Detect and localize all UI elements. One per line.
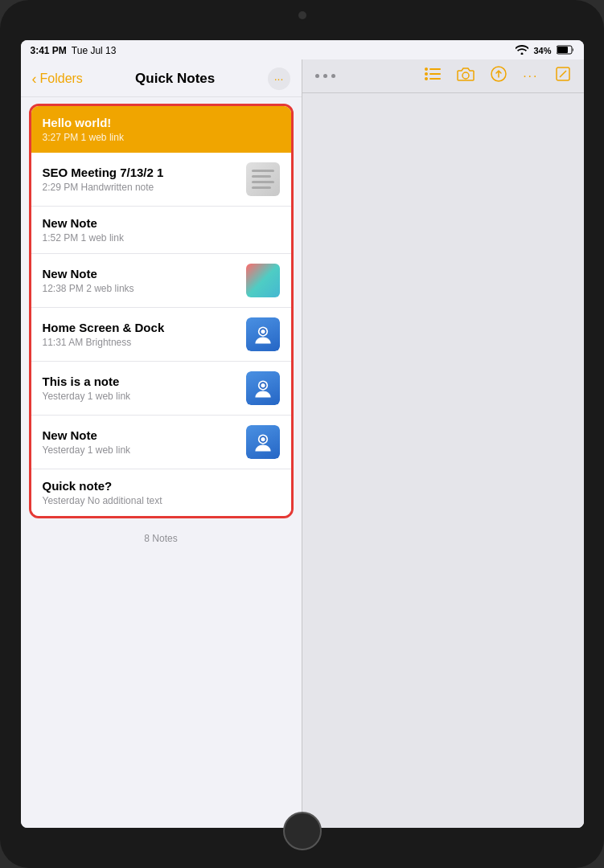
toolbar-dot-1 — [315, 74, 319, 78]
note-meta-home-screen: 11:31 AM Brightness — [43, 337, 238, 348]
note-meta-new-note-2: 12:38 PM 2 web links — [43, 283, 238, 294]
svg-point-7 — [261, 383, 265, 387]
note-item-new-note-1-content: New Note 1:52 PM 1 web link — [43, 216, 280, 244]
main-content: ‹ Folders Quick Notes ··· Hello world — [21, 59, 584, 828]
svg-point-13 — [425, 72, 428, 76]
notes-count: 8 Notes — [21, 525, 302, 552]
content-panel: ··· — [302, 59, 584, 828]
svg-rect-12 — [429, 68, 441, 70]
note-content-area — [302, 93, 584, 828]
note-thumbnail-seo — [246, 162, 280, 196]
note-item-seo-content: SEO Meeting 7/13/2 1 2:29 PM Handwritten… — [43, 166, 238, 193]
tablet-frame: 3:41 PM Tue Jul 13 34% — [0, 0, 604, 868]
list-icon[interactable] — [425, 67, 441, 85]
svg-point-10 — [261, 437, 265, 441]
thumb-line-3 — [252, 181, 274, 183]
note-item-this-is-a-note-content: This is a note Yesterday 1 web link — [43, 375, 238, 402]
camera-dot — [298, 11, 306, 19]
red-border-container: Hello world! 3:27 PM 1 web link SEO Meet… — [29, 104, 294, 518]
note-item-home-screen[interactable]: Home Screen & Dock 11:31 AM Brightness — [31, 308, 291, 362]
note-item-seo-meeting[interactable]: SEO Meeting 7/13/2 1 2:29 PM Handwritten… — [31, 153, 291, 207]
battery-percent: 34% — [533, 46, 551, 55]
note-title-new-note-1: New Note — [43, 216, 280, 230]
note-thumbnail-new-note-2 — [246, 264, 280, 297]
note-title-home-screen: Home Screen & Dock — [43, 321, 238, 334]
thumb-line-4 — [252, 186, 271, 189]
svg-rect-14 — [429, 73, 441, 75]
note-title-new-note-2: New Note — [43, 267, 238, 280]
home-button[interactable] — [283, 812, 322, 850]
more-options-icon[interactable]: ··· — [523, 69, 538, 84]
folders-back-button[interactable]: ‹ Folders — [32, 71, 83, 88]
status-time: 3:41 PM — [31, 45, 67, 56]
note-item-new-note-2-content: New Note 12:38 PM 2 web links — [43, 267, 238, 294]
markup-icon[interactable] — [491, 66, 507, 86]
note-item-new-note-yesterday-content: New Note Yesterday 1 web link — [43, 428, 238, 456]
colorful-thumb — [246, 264, 280, 297]
notes-panel: ‹ Folders Quick Notes ··· Hello world — [21, 59, 302, 828]
note-item-home-screen-content: Home Screen & Dock 11:31 AM Brightness — [43, 321, 238, 348]
svg-rect-16 — [429, 78, 441, 80]
notes-list-title: Quick Notes — [135, 71, 215, 87]
note-meta-seo: 2:29 PM Handwritten note — [43, 182, 238, 193]
note-item-new-note-yesterday[interactable]: New Note Yesterday 1 web link — [31, 416, 291, 469]
note-item-quick-note[interactable]: Quick note? Yesterday No additional text — [31, 469, 291, 516]
camera-toolbar-icon[interactable] — [457, 67, 475, 85]
back-chevron-icon: ‹ — [32, 71, 37, 88]
note-title-hello-world: Hello world! — [43, 116, 280, 129]
note-title-new-note-yesterday: New Note — [43, 428, 238, 442]
note-thumbnail-new-note-yesterday — [246, 425, 280, 459]
app-icon-thumb-note — [246, 371, 280, 405]
note-meta-quick-note: Yesterday No additional text — [43, 495, 280, 506]
thumb-line-1 — [252, 170, 274, 172]
more-icon: ··· — [274, 72, 284, 85]
app-icon-thumb-new-yesterday — [246, 425, 280, 459]
thumb-lines — [247, 165, 279, 194]
notes-header: ‹ Folders Quick Notes ··· — [21, 59, 302, 97]
app-icon-thumb-home — [246, 317, 280, 351]
note-thumbnail-home-screen — [246, 317, 280, 351]
status-right: 34% — [516, 45, 573, 56]
note-title-this-is-a-note: This is a note — [43, 375, 238, 388]
thumb-line-2 — [252, 175, 271, 178]
status-bar: 3:41 PM Tue Jul 13 34% — [21, 40, 584, 59]
svg-point-15 — [425, 77, 428, 80]
note-title-seo: SEO Meeting 7/13/2 1 — [43, 166, 238, 179]
note-item-this-is-a-note[interactable]: This is a note Yesterday 1 web link — [31, 362, 291, 416]
tablet-screen: 3:41 PM Tue Jul 13 34% — [21, 40, 584, 828]
toolbar-dots — [315, 74, 335, 78]
toolbar-dot-2 — [323, 74, 327, 78]
note-title-quick-note: Quick note? — [43, 479, 280, 493]
more-button[interactable]: ··· — [268, 68, 290, 90]
note-item-hello-world[interactable]: Hello world! 3:27 PM 1 web link — [31, 106, 291, 153]
status-date: Tue Jul 13 — [72, 45, 117, 56]
toolbar-icons: ··· — [425, 66, 570, 86]
battery-icon — [557, 45, 574, 56]
back-label: Folders — [40, 72, 83, 86]
content-toolbar: ··· — [302, 59, 584, 93]
note-item-new-note-1[interactable]: New Note 1:52 PM 1 web link — [31, 207, 291, 254]
svg-point-17 — [462, 72, 469, 79]
svg-point-4 — [261, 330, 265, 334]
handwritten-thumb — [246, 162, 280, 196]
note-item-new-note-2[interactable]: New Note 12:38 PM 2 web links — [31, 254, 291, 308]
svg-point-11 — [425, 68, 428, 71]
note-meta-new-note-1: 1:52 PM 1 web link — [43, 232, 280, 244]
note-meta-new-note-yesterday: Yesterday 1 web link — [43, 444, 238, 456]
compose-icon[interactable] — [555, 66, 571, 86]
note-item-quick-note-content: Quick note? Yesterday No additional text — [43, 479, 280, 506]
notes-nav: ‹ Folders Quick Notes ··· — [32, 68, 290, 90]
svg-rect-1 — [557, 47, 568, 53]
note-meta-hello-world: 3:27 PM 1 web link — [43, 132, 280, 143]
toolbar-dot-3 — [331, 74, 335, 78]
wifi-icon — [516, 45, 528, 56]
note-thumbnail-this-is-a-note — [246, 371, 280, 405]
note-meta-this-is-a-note: Yesterday 1 web link — [43, 391, 238, 402]
